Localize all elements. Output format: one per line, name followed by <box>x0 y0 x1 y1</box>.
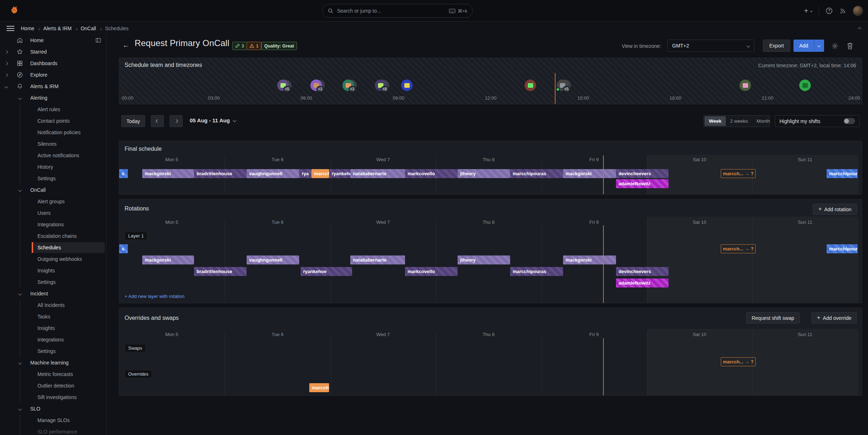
user-avatar[interactable] <box>853 6 863 16</box>
shift-bar[interactable]: mackgorski <box>563 255 616 264</box>
sidebar-item-oncall[interactable]: OnCall <box>0 184 106 196</box>
sidebar-item-insights[interactable]: Insights <box>0 265 106 276</box>
sidebar-item-starred[interactable]: Starred <box>0 46 106 58</box>
breadcrumb-item[interactable]: Home <box>21 26 34 31</box>
chevron-down-icon[interactable] <box>19 97 23 99</box>
chevron-down-icon[interactable] <box>5 85 9 88</box>
help-icon[interactable] <box>826 7 833 14</box>
today-button[interactable]: Today <box>121 115 145 127</box>
shift-bar[interactable]: bradrittenhouse <box>194 169 247 178</box>
highlight-toggle[interactable] <box>844 118 855 124</box>
date-range-dropdown[interactable]: 05 Aug - 11 Aug <box>190 117 236 123</box>
shift-bar[interactable]: mackgorski <box>142 255 194 264</box>
shift-bar[interactable]: vaughngunnell <box>247 169 299 178</box>
shift-bar[interactable]: rya <box>299 169 311 178</box>
sidebar-item-settings[interactable]: Settings <box>0 173 106 184</box>
chevron-right-icon[interactable] <box>5 74 9 76</box>
sidebar-item-contact-points[interactable]: Contact points <box>0 115 106 127</box>
sidebar-item-schedules[interactable]: Schedules <box>0 242 106 253</box>
sidebar-item-settings[interactable]: Settings <box>0 345 106 357</box>
breadcrumb-item[interactable]: OnCall <box>81 26 96 31</box>
shift-bar[interactable]: jtheory <box>458 255 510 264</box>
next-week-button[interactable] <box>170 115 183 127</box>
shift-swap-request[interactable]: marcch... → ? <box>721 357 756 366</box>
back-button[interactable]: ← <box>121 40 131 50</box>
sidebar-item-history[interactable]: History <box>0 161 106 173</box>
shift-bar[interactable]: nataliabernarte <box>350 169 405 178</box>
oncall-user-avatar[interactable]: +1 <box>342 80 354 91</box>
view-option-2-weeks[interactable]: 2 weeks <box>726 116 752 126</box>
search-input[interactable]: Search or jump to... ⌘+k <box>322 4 473 18</box>
sidebar-item-silences[interactable]: Silences <box>0 138 106 150</box>
sidebar-item-alerting[interactable]: Alerting <box>0 92 106 104</box>
shift-bar[interactable]: marcchip <box>309 383 329 392</box>
shift-bar[interactable]: adamlefkowitz <box>616 278 669 287</box>
oncall-user-avatar[interactable] <box>799 80 811 91</box>
add-menu-button[interactable]: + <box>804 7 812 15</box>
chevron-right-icon[interactable] <box>5 51 9 53</box>
oncall-user-avatar[interactable] <box>525 80 536 91</box>
settings-gear-icon[interactable] <box>831 42 839 50</box>
shift-bar[interactable]: devincheevers <box>616 267 669 276</box>
shift-bar[interactable]: adamlefkowitz <box>616 179 669 188</box>
shift-bar[interactable]: jtheory <box>458 169 510 178</box>
shift-bar[interactable]: markcovello <box>405 169 458 178</box>
chevron-down-icon[interactable] <box>19 362 23 364</box>
shift-bar[interactable]: mackgorski <box>142 169 194 178</box>
sidebar-item-slo[interactable]: SLO <box>0 403 106 414</box>
shift-bar[interactable]: nataliabernarte <box>350 255 405 264</box>
sidebar-item-metric-forecasts[interactable]: Metric forecasts <box>0 368 106 380</box>
shift-bar[interactable]: marcchip <box>311 169 329 178</box>
sidebar-item-explore[interactable]: Explore <box>0 69 106 81</box>
oncall-user-avatar[interactable]: +1 <box>310 80 322 91</box>
grafana-logo-icon[interactable] <box>8 5 20 17</box>
oncall-user-avatar[interactable]: +8 <box>375 80 386 91</box>
oncall-user-avatar[interactable] <box>739 80 751 91</box>
sidebar-item-incident[interactable]: Incident <box>0 288 106 299</box>
sidebar-item-tasks[interactable]: Tasks <box>0 311 106 322</box>
sidebar-item-active-notifications[interactable]: Active notifications <box>0 150 106 161</box>
sidebar-item-outlier-detection[interactable]: Outlier detection <box>0 380 106 391</box>
news-icon[interactable] <box>839 7 846 14</box>
shift-bar[interactable]: marcchipouras <box>510 169 563 178</box>
sidebar-item-integrations[interactable]: Integrations <box>0 334 106 345</box>
prev-week-button[interactable] <box>151 115 164 127</box>
view-option-month[interactable]: Month <box>752 116 775 126</box>
chevron-right-icon[interactable] <box>5 62 9 65</box>
shift-swap-request[interactable]: marcch... → ? <box>721 244 756 253</box>
shift-bar[interactable]: ryankehoe <box>301 267 352 276</box>
sidebar-item-home[interactable]: Home <box>0 35 106 46</box>
view-option-week[interactable]: Week <box>705 116 726 126</box>
panel-icon[interactable] <box>95 37 101 43</box>
delete-trash-icon[interactable] <box>846 42 854 50</box>
add-layer-link[interactable]: + Add new layer with rotation <box>125 294 185 299</box>
shift-bar[interactable]: marcchipoura <box>827 169 858 178</box>
menu-toggle-icon[interactable] <box>6 26 14 31</box>
chevron-up-icon[interactable] <box>858 25 861 32</box>
sidebar-item-alert-rules[interactable]: Alert rules <box>0 104 106 115</box>
sidebar-item-outgoing-webhooks[interactable]: Outgoing webhooks <box>0 253 106 265</box>
sidebar-item-settings[interactable]: Settings <box>0 276 106 288</box>
sidebar-item-insights[interactable]: Insights <box>0 322 106 334</box>
oncall-user-avatar[interactable] <box>401 80 413 91</box>
chevron-down-icon[interactable] <box>19 293 23 295</box>
shift-bar[interactable]: markcovello <box>405 267 458 276</box>
sidebar-item-integrations[interactable]: Integrations <box>0 219 106 230</box>
sidebar-item-escalation-chains[interactable]: Escalation chains <box>0 230 106 242</box>
shift-bar[interactable]: mackgorski <box>563 169 616 178</box>
shift-bar[interactable]: vaughngunnell <box>247 255 299 264</box>
shift-bar[interactable]: devincheevers <box>616 169 669 178</box>
oncall-user-avatar[interactable]: +5 <box>557 80 568 91</box>
sidebar-item-users[interactable]: Users <box>0 207 106 219</box>
shift-bar[interactable]: bradrittenhouse <box>194 267 247 276</box>
shift-bar[interactable]: marcchipoura <box>827 244 858 253</box>
shift-swap-request[interactable]: marcch... → ? <box>721 169 756 178</box>
shift-bar[interactable]: ryankeho <box>329 169 350 178</box>
chevron-down-icon[interactable] <box>19 189 23 191</box>
add-button[interactable]: Add <box>793 40 824 52</box>
timezone-select[interactable]: GMT+2 <box>667 40 754 52</box>
sidebar-item-alerts-irm[interactable]: Alerts & IRM <box>0 81 106 92</box>
sidebar-item-slo-performance[interactable]: SLO performance <box>0 426 106 435</box>
export-button[interactable]: Export <box>763 40 790 52</box>
shift-bar[interactable]: s <box>119 169 128 178</box>
